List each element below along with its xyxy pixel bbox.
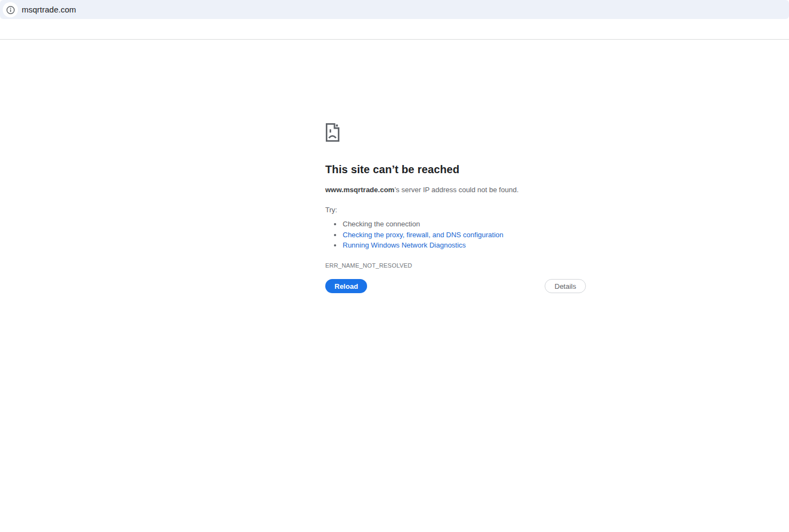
info-icon	[6, 5, 15, 15]
address-bar[interactable]: msqrtrade.com	[0, 0, 789, 19]
details-button[interactable]: Details	[545, 279, 586, 293]
buttons-row: Reload Details	[325, 279, 586, 293]
reload-button[interactable]: Reload	[325, 279, 367, 293]
suggestion-check-connection: Checking the connection	[342, 219, 586, 230]
suggestion-network-diagnostics: Running Windows Network Diagnostics	[342, 240, 586, 251]
error-description: www.msqrtrade.com’s server IP address co…	[325, 185, 586, 194]
suggestions-list: Checking the connection Checking the pro…	[325, 219, 586, 251]
try-label: Try:	[325, 206, 586, 214]
toolbar-divider	[0, 39, 789, 40]
suggestion-proxy-firewall-dns: Checking the proxy, firewall, and DNS co…	[342, 230, 586, 240]
error-title: This site can’t be reached	[325, 163, 586, 176]
error-domain: www.msqrtrade.com	[325, 186, 394, 194]
suggestion-text: Checking the connection	[343, 220, 420, 228]
proxy-firewall-dns-link[interactable]: Checking the proxy, firewall, and DNS co…	[343, 231, 503, 239]
site-info-button[interactable]	[3, 2, 18, 17]
url-text[interactable]: msqrtrade.com	[22, 0, 76, 19]
network-diagnostics-link[interactable]: Running Windows Network Diagnostics	[343, 241, 466, 249]
error-page-content: This site can’t be reached www.msqrtrade…	[325, 123, 586, 269]
error-code: ERR_NAME_NOT_RESOLVED	[325, 262, 586, 269]
sad-file-icon	[325, 123, 586, 142]
error-description-rest: ’s server IP address could not be found.	[394, 186, 519, 194]
